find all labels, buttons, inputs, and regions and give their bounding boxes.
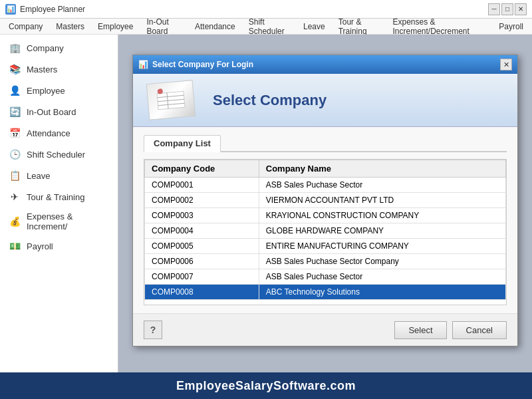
dialog-logo [146,80,200,120]
footer-banner-text: EmployeeSalarySoftware.com [176,379,356,393]
company-icon: 🏢 [8,41,21,55]
company-code-cell: COMP0008 [145,285,259,300]
company-name-cell: GLOBE HARDWARE COMPANY [259,223,505,239]
attendance-icon: 📅 [8,126,21,140]
svg-point-5 [157,88,163,94]
dialog-header-title: Select Company [213,92,327,109]
sidebar-label-shift: Shift Scheduler [27,150,85,160]
shift-icon: 🕒 [8,148,21,161]
company-name-cell: KRAYIONAL CONSTRUCTION COMPANY [259,208,505,223]
sidebar-item-expenses[interactable]: 💰 Expenses & Increment/ [0,207,118,235]
dialog-title-bar: 📊 Select Company For Login ✕ [133,55,517,74]
table-row[interactable]: COMP0005ENTIRE MANUFACTURING COMPANY [145,239,506,254]
sidebar-item-employee[interactable]: 👤 Employee [0,80,118,101]
sidebar-label-tour: Tour & Training [27,192,84,202]
sidebar-item-masters[interactable]: 📚 Masters [0,59,118,80]
col-header-code: Company Code [145,160,259,178]
select-button[interactable]: Select [394,321,446,339]
dialog-header: Select Company [133,74,517,127]
logo-svg [153,85,188,114]
app-title: Employee Planner [20,5,85,14]
dialog-title-text: Select Company For Login [152,60,253,69]
menu-employee[interactable]: Employee [92,20,139,33]
table-row[interactable]: COMP0008ABC Technology Solutions [145,285,506,300]
sidebar: 🏢 Company 📚 Masters 👤 Employee 🔄 In-Out … [0,35,118,372]
menu-bar: Company Masters Employee In-Out Board At… [0,19,532,35]
sidebar-label-leave: Leave [27,171,50,181]
company-table-wrapper[interactable]: Company Code Company Name COMP0001ASB Sa… [144,159,507,305]
sidebar-label-masters: Masters [27,65,57,74]
table-row[interactable]: COMP0001ASB Sales Puchase Sector [145,178,506,193]
tab-container: Company List [144,135,507,152]
maximize-button[interactable]: □ [501,3,513,15]
table-row[interactable]: COMP0006ASB Sales Puchase Sector Company [145,254,506,269]
table-row[interactable]: COMP0002VIERMON ACCOUNTANT PVT LTD [145,193,506,208]
tab-company-list[interactable]: Company List [144,135,221,152]
company-code-cell: COMP0006 [145,254,259,269]
table-row[interactable]: COMP0003KRAYIONAL CONSTRUCTION COMPANY [145,208,506,223]
cancel-button[interactable]: Cancel [452,321,507,339]
company-table: Company Code Company Name COMP0001ASB Sa… [144,160,506,300]
sidebar-item-inout[interactable]: 🔄 In-Out Board [0,101,118,122]
company-code-cell: COMP0003 [145,208,259,223]
sidebar-label-inout: In-Out Board [27,107,76,117]
company-name-cell: VIERMON ACCOUNTANT PVT LTD [259,193,505,208]
menu-company[interactable]: Company [3,20,49,33]
company-code-cell: COMP0004 [145,223,259,239]
leave-icon: 📋 [8,169,21,182]
sidebar-item-leave[interactable]: 📋 Leave [0,165,118,186]
sidebar-item-tour[interactable]: ✈ Tour & Training [0,186,118,207]
employee-icon: 👤 [8,84,21,97]
payroll-icon: 💵 [8,239,21,253]
footer-buttons: Select Cancel [394,321,507,339]
main-layout: 🏢 Company 📚 Masters 👤 Employee 🔄 In-Out … [0,35,532,372]
menu-leave[interactable]: Leave [297,20,331,33]
company-code-cell: COMP0005 [145,239,259,254]
company-name-cell: ASB Sales Puchase Sector [259,178,505,193]
menu-payroll[interactable]: Payroll [493,20,529,33]
company-name-cell: ASB Sales Puchase Sector Company [259,254,505,269]
company-code-cell: COMP0007 [145,269,259,285]
content-area: 📊 Select Company For Login ✕ [118,35,532,372]
dialog-footer: ? Select Cancel [133,313,517,346]
company-code-cell: COMP0002 [145,193,259,208]
inout-icon: 🔄 [8,105,21,118]
footer-banner: EmployeeSalarySoftware.com [0,372,532,399]
logo-image [146,80,196,120]
sidebar-label-attendance: Attendance [27,128,70,138]
select-company-dialog: 📊 Select Company For Login ✕ [132,55,518,346]
sidebar-label-payroll: Payroll [27,241,53,251]
company-name-cell: ABC Technology Solutions [259,285,505,300]
company-name-cell: ASB Sales Puchase Sector [259,269,505,285]
title-bar-left: 📊 Employee Planner [5,4,85,15]
sidebar-item-shift[interactable]: 🕒 Shift Scheduler [0,144,118,165]
expenses-icon: 💰 [8,215,21,228]
dialog-icon: 📊 [138,60,148,69]
col-header-name: Company Name [259,160,505,178]
company-name-cell: ENTIRE MANUFACTURING COMPANY [259,239,505,254]
dialog-body: Company List Company Code Company Name [133,127,517,313]
company-code-cell: COMP0001 [145,178,259,193]
sidebar-label-employee: Employee [27,86,65,96]
table-row[interactable]: COMP0004GLOBE HARDWARE COMPANY [145,223,506,239]
menu-attendance[interactable]: Attendance [189,20,241,33]
help-button[interactable]: ? [144,321,162,339]
tour-icon: ✈ [8,190,21,203]
sidebar-item-payroll[interactable]: 💵 Payroll [0,235,118,257]
modal-overlay: 📊 Select Company For Login ✕ [118,35,532,372]
app-icon: 📊 [5,4,16,15]
sidebar-item-company[interactable]: 🏢 Company [0,37,118,59]
sidebar-item-attendance[interactable]: 📅 Attendance [0,122,118,144]
minimize-button[interactable]: ─ [488,3,500,15]
window-controls: ─ □ ✕ [488,3,527,15]
sidebar-label-expenses: Expenses & Increment/ [27,211,110,231]
dialog-close-button[interactable]: ✕ [500,59,512,70]
table-header-row: Company Code Company Name [145,160,506,178]
dialog-title-left: 📊 Select Company For Login [138,60,253,69]
menu-masters[interactable]: Masters [50,20,90,33]
masters-icon: 📚 [8,63,21,76]
close-button[interactable]: ✕ [515,3,527,15]
table-row[interactable]: COMP0007ASB Sales Puchase Sector [145,269,506,285]
sidebar-label-company: Company [27,43,64,53]
